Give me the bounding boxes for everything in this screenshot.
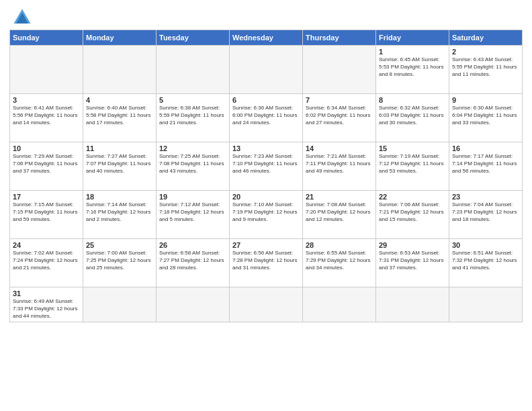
day-number: 8 bbox=[379, 96, 446, 104]
calendar-cell: 15Sunrise: 7:19 AM Sunset: 7:12 PM Dayli… bbox=[376, 142, 449, 191]
day-number: 22 bbox=[379, 193, 446, 201]
day-number: 30 bbox=[452, 241, 519, 249]
calendar-cell bbox=[10, 46, 83, 94]
calendar-cell bbox=[83, 46, 157, 94]
header-day-sunday: Sunday bbox=[10, 30, 83, 46]
day-info: Sunrise: 7:23 AM Sunset: 7:10 PM Dayligh… bbox=[232, 153, 300, 175]
header-day-wednesday: Wednesday bbox=[230, 30, 303, 46]
calendar-cell: 1Sunrise: 6:45 AM Sunset: 5:53 PM Daylig… bbox=[376, 46, 449, 94]
calendar-cell: 6Sunrise: 6:36 AM Sunset: 6:00 PM Daylig… bbox=[230, 94, 303, 142]
calendar-cell: 10Sunrise: 7:29 AM Sunset: 7:06 PM Dayli… bbox=[10, 142, 83, 191]
day-info: Sunrise: 6:49 AM Sunset: 7:33 PM Dayligh… bbox=[13, 298, 80, 320]
header-day-monday: Monday bbox=[83, 30, 157, 46]
calendar-cell: 28Sunrise: 6:55 AM Sunset: 7:29 PM Dayli… bbox=[303, 239, 376, 287]
calendar-cell bbox=[376, 287, 449, 322]
calendar-week-3: 17Sunrise: 7:15 AM Sunset: 7:15 PM Dayli… bbox=[10, 191, 523, 239]
day-number: 23 bbox=[452, 193, 519, 201]
day-number: 26 bbox=[159, 241, 226, 249]
calendar-week-1: 3Sunrise: 6:41 AM Sunset: 5:56 PM Daylig… bbox=[10, 94, 523, 142]
calendar-cell: 30Sunrise: 6:51 AM Sunset: 7:32 PM Dayli… bbox=[449, 239, 523, 287]
calendar-cell bbox=[83, 287, 157, 322]
day-number: 12 bbox=[159, 144, 226, 152]
calendar-cell: 24Sunrise: 7:02 AM Sunset: 7:24 PM Dayli… bbox=[10, 239, 83, 287]
day-info: Sunrise: 6:40 AM Sunset: 5:58 PM Dayligh… bbox=[86, 105, 153, 126]
header-day-saturday: Saturday bbox=[449, 30, 523, 46]
calendar-cell: 5Sunrise: 6:38 AM Sunset: 5:59 PM Daylig… bbox=[157, 94, 230, 142]
calendar-cell: 7Sunrise: 6:34 AM Sunset: 6:02 PM Daylig… bbox=[303, 94, 376, 142]
calendar-cell: 26Sunrise: 6:58 AM Sunset: 7:27 PM Dayli… bbox=[157, 239, 230, 287]
calendar-cell: 3Sunrise: 6:41 AM Sunset: 5:56 PM Daylig… bbox=[10, 94, 83, 142]
calendar-cell: 8Sunrise: 6:32 AM Sunset: 6:03 PM Daylig… bbox=[376, 94, 449, 142]
calendar-cell: 9Sunrise: 6:30 AM Sunset: 6:04 PM Daylig… bbox=[449, 94, 523, 142]
day-number: 3 bbox=[13, 96, 80, 104]
day-info: Sunrise: 7:27 AM Sunset: 7:07 PM Dayligh… bbox=[86, 153, 153, 175]
header-day-thursday: Thursday bbox=[303, 30, 376, 46]
calendar-cell: 22Sunrise: 7:06 AM Sunset: 7:21 PM Dayli… bbox=[376, 191, 449, 239]
day-number: 4 bbox=[86, 96, 153, 104]
calendar-cell bbox=[303, 287, 376, 322]
calendar-cell: 27Sunrise: 6:56 AM Sunset: 7:28 PM Dayli… bbox=[230, 239, 303, 287]
day-info: Sunrise: 6:34 AM Sunset: 6:02 PM Dayligh… bbox=[306, 105, 373, 126]
day-number: 2 bbox=[452, 48, 519, 56]
header-day-tuesday: Tuesday bbox=[157, 30, 230, 46]
day-info: Sunrise: 7:19 AM Sunset: 7:12 PM Dayligh… bbox=[379, 153, 446, 175]
calendar-cell: 23Sunrise: 7:04 AM Sunset: 7:23 PM Dayli… bbox=[449, 191, 523, 239]
day-info: Sunrise: 6:55 AM Sunset: 7:29 PM Dayligh… bbox=[306, 250, 373, 271]
day-info: Sunrise: 6:45 AM Sunset: 5:53 PM Dayligh… bbox=[379, 56, 446, 78]
calendar-cell bbox=[449, 287, 523, 322]
day-info: Sunrise: 7:08 AM Sunset: 7:20 PM Dayligh… bbox=[306, 201, 373, 223]
day-info: Sunrise: 6:58 AM Sunset: 7:27 PM Dayligh… bbox=[159, 250, 226, 271]
day-info: Sunrise: 7:04 AM Sunset: 7:23 PM Dayligh… bbox=[452, 201, 519, 223]
day-info: Sunrise: 7:12 AM Sunset: 7:18 PM Dayligh… bbox=[159, 201, 226, 223]
day-number: 11 bbox=[86, 144, 153, 152]
logo-icon bbox=[11, 7, 33, 28]
calendar-cell: 14Sunrise: 7:21 AM Sunset: 7:11 PM Dayli… bbox=[303, 142, 376, 191]
day-number: 9 bbox=[452, 96, 519, 104]
calendar-cell bbox=[157, 46, 230, 94]
day-info: Sunrise: 6:53 AM Sunset: 7:31 PM Dayligh… bbox=[379, 250, 446, 271]
day-info: Sunrise: 7:00 AM Sunset: 7:25 PM Dayligh… bbox=[86, 250, 153, 271]
day-number: 16 bbox=[452, 144, 519, 152]
day-info: Sunrise: 6:32 AM Sunset: 6:03 PM Dayligh… bbox=[379, 105, 446, 126]
day-number: 20 bbox=[232, 193, 300, 201]
day-info: Sunrise: 7:14 AM Sunset: 7:16 PM Dayligh… bbox=[86, 201, 153, 223]
calendar-table: SundayMondayTuesdayWednesdayThursdayFrid… bbox=[9, 30, 523, 322]
calendar-cell: 4Sunrise: 6:40 AM Sunset: 5:58 PM Daylig… bbox=[83, 94, 157, 142]
day-info: Sunrise: 7:02 AM Sunset: 7:24 PM Dayligh… bbox=[13, 250, 80, 271]
day-info: Sunrise: 7:29 AM Sunset: 7:06 PM Dayligh… bbox=[13, 153, 80, 175]
day-info: Sunrise: 7:06 AM Sunset: 7:21 PM Dayligh… bbox=[379, 201, 446, 223]
day-info: Sunrise: 6:51 AM Sunset: 7:32 PM Dayligh… bbox=[452, 250, 519, 271]
calendar-cell: 2Sunrise: 6:43 AM Sunset: 5:55 PM Daylig… bbox=[449, 46, 523, 94]
day-info: Sunrise: 7:21 AM Sunset: 7:11 PM Dayligh… bbox=[306, 153, 373, 175]
day-number: 15 bbox=[379, 144, 446, 152]
day-number: 17 bbox=[13, 193, 80, 201]
calendar-cell: 21Sunrise: 7:08 AM Sunset: 7:20 PM Dayli… bbox=[303, 191, 376, 239]
calendar-cell bbox=[303, 46, 376, 94]
day-number: 31 bbox=[13, 289, 80, 298]
calendar-week-5: 31Sunrise: 6:49 AM Sunset: 7:33 PM Dayli… bbox=[10, 287, 523, 322]
calendar-header-row: SundayMondayTuesdayWednesdayThursdayFrid… bbox=[10, 30, 523, 46]
calendar-cell: 12Sunrise: 7:25 AM Sunset: 7:08 PM Dayli… bbox=[157, 142, 230, 191]
day-info: Sunrise: 6:43 AM Sunset: 5:55 PM Dayligh… bbox=[452, 56, 519, 78]
day-info: Sunrise: 7:17 AM Sunset: 7:14 PM Dayligh… bbox=[452, 153, 519, 175]
calendar-cell: 17Sunrise: 7:15 AM Sunset: 7:15 PM Dayli… bbox=[10, 191, 83, 239]
calendar-cell bbox=[157, 287, 230, 322]
calendar-cell: 18Sunrise: 7:14 AM Sunset: 7:16 PM Dayli… bbox=[83, 191, 157, 239]
day-info: Sunrise: 6:30 AM Sunset: 6:04 PM Dayligh… bbox=[452, 105, 519, 126]
day-info: Sunrise: 7:25 AM Sunset: 7:08 PM Dayligh… bbox=[159, 153, 226, 175]
calendar-cell: 16Sunrise: 7:17 AM Sunset: 7:14 PM Dayli… bbox=[449, 142, 523, 191]
day-number: 24 bbox=[13, 241, 80, 249]
day-number: 28 bbox=[306, 241, 373, 249]
day-number: 29 bbox=[379, 241, 446, 249]
calendar-cell: 20Sunrise: 7:10 AM Sunset: 7:19 PM Dayli… bbox=[230, 191, 303, 239]
day-info: Sunrise: 7:10 AM Sunset: 7:19 PM Dayligh… bbox=[232, 201, 300, 223]
day-number: 14 bbox=[306, 144, 373, 152]
day-info: Sunrise: 7:15 AM Sunset: 7:15 PM Dayligh… bbox=[13, 201, 80, 223]
day-number: 18 bbox=[86, 193, 153, 201]
day-info: Sunrise: 6:38 AM Sunset: 5:59 PM Dayligh… bbox=[159, 105, 226, 126]
calendar-week-2: 10Sunrise: 7:29 AM Sunset: 7:06 PM Dayli… bbox=[10, 142, 523, 191]
day-number: 25 bbox=[86, 241, 153, 249]
day-number: 13 bbox=[232, 144, 300, 152]
day-info: Sunrise: 6:56 AM Sunset: 7:28 PM Dayligh… bbox=[232, 250, 300, 271]
calendar-cell: 29Sunrise: 6:53 AM Sunset: 7:31 PM Dayli… bbox=[376, 239, 449, 287]
